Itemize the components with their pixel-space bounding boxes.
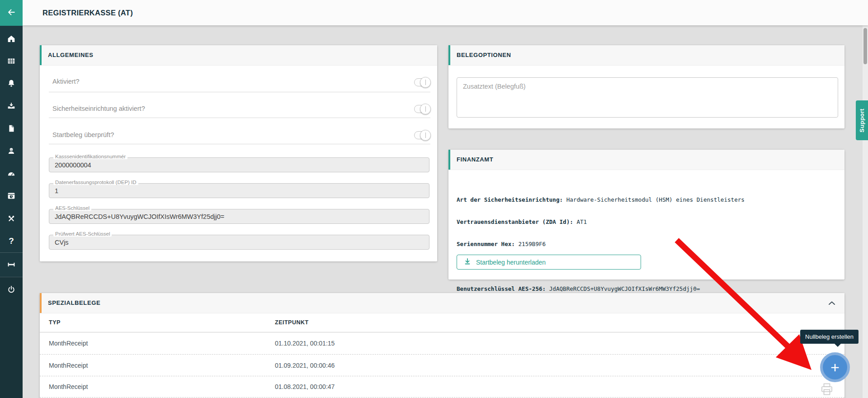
field-kassenidentifikationsnummer: Kasssenidentifikationsnummér	[49, 157, 429, 172]
row-divider	[49, 118, 430, 118]
field-dep-id: Datenerfassungsprotokoll (DEP) ID	[49, 183, 429, 198]
field-aes-schluessel: AES-Schlüssel	[49, 209, 429, 224]
page-title: REGISTRIERKASSE (AT)	[42, 0, 133, 25]
fab-tooltip-label: Nullbeleg erstellen	[805, 333, 854, 340]
cell-typ: MonthReceipt	[49, 332, 88, 354]
help-glyph: ?	[9, 236, 14, 246]
support-tab-label: Support	[859, 109, 865, 133]
zusatztext-textarea[interactable]	[457, 77, 838, 118]
sidebar: ?	[0, 0, 23, 398]
download-button-label: Startbeleg herunterladen	[476, 259, 546, 266]
column-header-typ: TYP	[49, 313, 61, 332]
panel-belegoptionen: BELEGOPTIONEN	[448, 45, 844, 128]
teal-accent-bar	[40, 45, 42, 65]
barrier-icon[interactable]	[0, 253, 23, 276]
cell-zeitpunkt: 01.09.2021, 00:00:46	[275, 355, 335, 376]
panel-allgemeines-header: ALLGEMEINES	[40, 45, 437, 66]
download-icon	[463, 257, 472, 267]
panel-finanzamt: FINANZAMT Art der Sicherheitseinrichtung…	[448, 150, 844, 280]
toggle-knob	[420, 77, 431, 88]
toggle-knob	[420, 130, 431, 141]
row-divider	[49, 92, 430, 92]
field-label: Datenerfassungsprotokoll (DEP) ID	[53, 180, 138, 185]
back-button[interactable]	[0, 0, 23, 26]
dep-id-input[interactable]	[49, 183, 429, 198]
cell-typ: MonthReceipt	[49, 376, 88, 397]
support-tab[interactable]: Support	[856, 100, 868, 140]
collapse-chevron-up-icon[interactable]	[827, 299, 836, 307]
table-row[interactable]: MonthReceipt 01.09.2021, 00:00:46	[40, 355, 844, 376]
cell-typ: MonthReceipt	[49, 355, 88, 376]
tooltip-pointer	[835, 344, 841, 347]
tools-icon[interactable]	[0, 207, 23, 230]
notifications-bell-icon[interactable]	[0, 72, 23, 95]
fab-tooltip: Nullbeleg erstellen	[800, 330, 859, 344]
panel-spezialbelege-header: SPEZIALBELEGE	[40, 293, 844, 313]
toggle-label-sicherheitseinrichtung: Sicherheitseinrichtung aktiviert?	[52, 102, 145, 115]
orange-accent-bar	[40, 293, 42, 313]
teal-accent-bar	[448, 150, 450, 170]
finanzamt-line: Seriennummer Hex: 2159B9F6	[457, 241, 745, 248]
app-window: ? REGISTRIERKASSE (AT) ALLGEMEINES Aktiv…	[0, 0, 868, 398]
scrollbar-thumb[interactable]	[863, 28, 867, 64]
row-divider	[49, 144, 430, 144]
column-header-zeitpunkt: ZEITPUNKT	[275, 313, 309, 332]
aes-schluessel-input[interactable]	[49, 209, 429, 224]
pruefwert-aes-input[interactable]	[49, 235, 429, 250]
startbeleg-download-button[interactable]: Startbeleg herunterladen	[457, 255, 641, 270]
panel-finanzamt-title: FINANZAMT	[448, 150, 493, 170]
toggle-sicherheitseinrichtung[interactable]	[414, 105, 430, 113]
cell-zeitpunkt: 01.08.2021, 00:00:47	[275, 376, 335, 397]
panel-belegoptionen-header: BELEGOPTIONEN	[448, 45, 844, 66]
table-row[interactable]: MonthReceipt 01.08.2021, 00:00:47	[40, 376, 844, 398]
dashboard-gauge-icon[interactable]	[0, 162, 23, 185]
teal-accent-bar	[448, 45, 450, 65]
cell-zeitpunkt: 01.10.2021, 00:01:15	[275, 332, 335, 354]
field-label: Kasssenidentifikationsnummér	[53, 154, 127, 159]
field-label: Prüfwert AES-Schlüssel	[53, 231, 112, 237]
panel-spezialbelege: SPEZIALBELEGE TYP ZEITPUNKT MonthReceipt…	[40, 293, 844, 398]
sidebar-divider	[0, 252, 23, 253]
browser-app-icon[interactable]	[0, 185, 23, 207]
register-grid-icon[interactable]	[0, 50, 23, 72]
add-nullbeleg-fab[interactable]: +	[820, 352, 850, 382]
panel-finanzamt-header: FINANZAMT	[448, 150, 844, 170]
home-icon[interactable]	[0, 28, 23, 50]
finanzamt-line: Vertrauensdienstanbieter (ZDA Id): AT1	[457, 218, 745, 226]
top-bar: REGISTRIERKASSE (AT)	[23, 0, 868, 25]
help-icon[interactable]: ?	[0, 230, 23, 252]
toggle-label-aktiviert: Aktiviert?	[52, 75, 80, 88]
inbox-download-icon[interactable]	[0, 95, 23, 117]
power-icon[interactable]	[0, 278, 23, 301]
toggle-knob	[420, 104, 431, 114]
panel-allgemeines-title: ALLGEMEINES	[40, 45, 94, 65]
toggle-aktiviert[interactable]	[414, 78, 430, 86]
field-pruefwert-aes: Prüfwert AES-Schlüssel	[49, 235, 429, 250]
panel-allgemeines: ALLGEMEINES Aktiviert? Sicherheitseinric…	[40, 45, 437, 261]
sidebar-divider	[0, 277, 23, 277]
finanzamt-line: Benutzerschlüssel AES-256: JdAQBReRCCDS+…	[457, 285, 745, 293]
scrollbar-track	[863, 25, 868, 398]
toggle-startbeleg[interactable]	[414, 131, 430, 139]
panel-belegoptionen-title: BELEGOPTIONEN	[448, 45, 511, 65]
back-arrow-icon	[6, 7, 16, 19]
field-label: AES-Schlüssel	[53, 205, 91, 211]
document-icon[interactable]	[0, 117, 23, 140]
toggle-label-startbeleg: Startbeleg überprüft?	[52, 128, 114, 141]
table-row[interactable]: MonthReceipt 01.10.2021, 00:01:15	[40, 332, 844, 355]
panel-spezialbelege-title: SPEZIALBELEGE	[40, 293, 100, 313]
support-agent-icon[interactable]	[0, 139, 23, 162]
kassenidentifikationsnummer-input[interactable]	[49, 157, 429, 172]
finanzamt-line: Art der Sicherheitseinrichtung: Hardware…	[457, 196, 745, 204]
print-icon[interactable]	[819, 382, 835, 397]
